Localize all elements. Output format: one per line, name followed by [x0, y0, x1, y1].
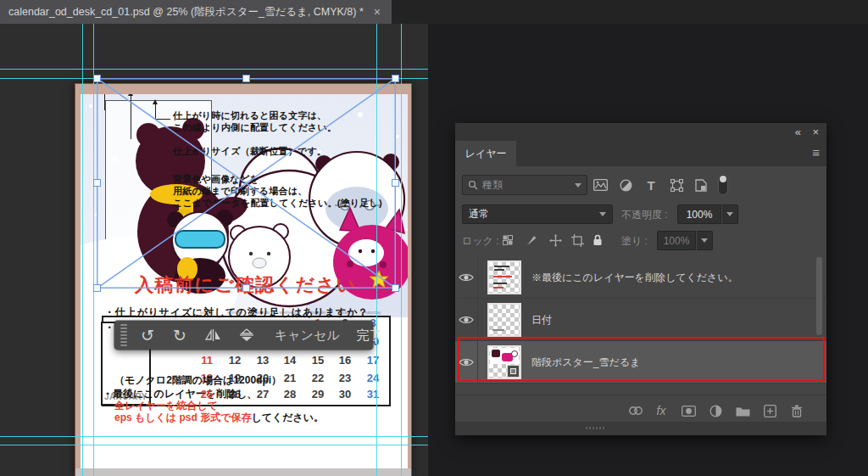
layer-list: ※最後にこのレイヤーを削除してください。 日付 階段ポスター_雪だるま	[455, 256, 826, 384]
guide-vertical-trim-left[interactable]	[93, 24, 94, 476]
blend-mode-select[interactable]: 通常	[462, 204, 613, 224]
collapse-panel-icon[interactable]: «	[795, 126, 801, 138]
delete-layer-trash-icon[interactable]	[786, 400, 808, 421]
guide-vertical-bleed-left[interactable]	[82, 24, 83, 476]
calendar-day: 29	[307, 389, 329, 400]
transform-handle-top-center[interactable]	[242, 75, 250, 82]
flip-vertical-icon[interactable]	[240, 328, 253, 342]
guide-horizontal-bleed-bottom[interactable]	[0, 445, 428, 445]
layer-visibility-toggle[interactable]	[455, 256, 478, 299]
layer-visibility-toggle[interactable]	[455, 299, 478, 341]
transform-handle-mid-left[interactable]	[93, 179, 101, 187]
lock-artboard-icon[interactable]	[569, 232, 586, 249]
rotate-ccw-icon[interactable]: ↺	[141, 328, 154, 344]
check-item-7-red: eps もしくは psd 形式で保存	[114, 412, 251, 423]
transform-handle-top-right[interactable]	[392, 75, 399, 82]
layer-thumbnail[interactable]	[487, 303, 521, 337]
eye-icon	[459, 315, 474, 325]
panel-menu-icon[interactable]: ≡	[812, 145, 820, 160]
lock-pixels-icon[interactable]	[523, 232, 540, 249]
link-layers-icon[interactable]	[625, 400, 647, 421]
filter-type-layers-icon[interactable]: T	[642, 176, 660, 193]
flip-horizontal-icon[interactable]	[205, 329, 221, 341]
check-item-4: （モノクロ2階調の場合は1200dpi）	[114, 374, 281, 386]
fill-dropdown[interactable]	[696, 231, 713, 250]
panel-tab-row: レイヤー ≡	[455, 141, 826, 166]
new-group-folder-icon[interactable]	[732, 400, 754, 421]
filter-toggle[interactable]	[718, 174, 728, 195]
layer-visibility-toggle[interactable]	[455, 341, 478, 384]
layer-thumbnail[interactable]	[487, 260, 521, 294]
transform-handle-mid-right[interactable]	[392, 179, 399, 187]
opacity-value: 100%	[687, 209, 713, 221]
transform-handle-bottom-left[interactable]	[93, 284, 101, 292]
layer-style-fx-icon[interactable]: fx	[650, 400, 672, 421]
layers-tab[interactable]: レイヤー	[455, 141, 516, 166]
cancel-button[interactable]: キャンセル	[275, 328, 340, 344]
chevron-down-icon	[726, 212, 733, 216]
panel-resize-grip[interactable]	[586, 427, 606, 429]
calendar-day: 28	[279, 389, 301, 400]
calendar-day: 15	[307, 355, 329, 367]
transform-handle-top-left[interactable]	[93, 75, 101, 82]
calendar-day: 21	[279, 372, 301, 384]
guide-horizontal-bleed-top[interactable]	[0, 69, 428, 70]
add-layer-mask-icon[interactable]	[677, 400, 699, 421]
calendar-day: 24	[362, 372, 384, 384]
calendar-day: 25	[196, 389, 218, 400]
layer-row-snowman-poster[interactable]: 階段ポスター_雪だるま	[455, 341, 826, 384]
fill-input[interactable]: 100%	[657, 231, 696, 250]
rotate-cw-icon[interactable]: ↻	[173, 328, 186, 344]
check-item-7-black: してください。	[251, 412, 324, 423]
panel-scrollbar[interactable]	[816, 257, 822, 335]
blend-mode-value: 通常	[469, 207, 489, 221]
new-layer-icon[interactable]	[759, 400, 781, 421]
calendar-day: 13	[252, 355, 274, 367]
layer-name: 日付	[531, 299, 552, 341]
toolbar-drag-handle[interactable]	[114, 324, 131, 346]
calendar-day: 17	[362, 355, 384, 367]
opacity-input[interactable]: 100%	[677, 204, 721, 224]
eye-icon	[459, 272, 474, 283]
tab-close-icon[interactable]: ×	[374, 5, 381, 19]
opacity-dropdown[interactable]	[721, 204, 738, 224]
chevron-down-icon	[701, 238, 708, 243]
chevron-down-icon	[599, 212, 606, 216]
check-item-1: ・仕上がりサイズに対しての塗り足しはありますか？	[104, 306, 369, 318]
guide-vertical-bleed-right[interactable]	[401, 24, 402, 476]
check-item-6: 全レイヤーを統合して	[114, 400, 218, 412]
lock-all-icon[interactable]	[589, 232, 606, 249]
document-window: 仕上がり時に切れると困る文字は、 この線より内側に配置してください。 仕上がりサ…	[0, 24, 428, 476]
fill-value: 100%	[664, 235, 690, 247]
layer-row-delete-note[interactable]: ※最後にこのレイヤーを削除してください。	[455, 256, 826, 299]
filter-smart-objects-icon[interactable]	[692, 176, 710, 193]
document-tab[interactable]: calendar_od_desk_cd_01.psd @ 25% (階段ポスター…	[0, 0, 392, 24]
check-item-7: eps もしくは psd 形式で保存してください。	[114, 412, 324, 423]
chevron-down-icon	[575, 183, 581, 188]
filter-adjustment-layers-icon[interactable]	[616, 176, 635, 193]
transform-handle-bottom-center[interactable]	[242, 284, 250, 292]
commit-button[interactable]: 完了	[357, 328, 382, 344]
lock-position-icon[interactable]	[547, 232, 564, 249]
filter-pixel-layers-icon[interactable]	[591, 176, 609, 193]
title-bar: calendar_od_desk_cd_01.psd @ 25% (階段ポスター…	[0, 0, 868, 24]
new-adjustment-layer-icon[interactable]	[704, 400, 726, 421]
filter-kind-select[interactable]: 種類	[462, 175, 587, 195]
poster-bottom-band	[75, 468, 411, 476]
guide-horizontal-trim-bottom[interactable]	[0, 436, 428, 437]
panel-header: « ×	[455, 123, 826, 141]
layer-name: 階段ポスター_雪だるま	[531, 341, 640, 384]
close-panel-icon[interactable]: ×	[812, 126, 819, 138]
layer-row-date[interactable]: 日付	[455, 299, 826, 341]
calendar-day: 30	[334, 389, 356, 400]
transform-handle-bottom-right[interactable]	[392, 284, 399, 292]
filter-shape-layers-icon[interactable]	[667, 176, 686, 193]
smart-object-badge-icon	[507, 365, 520, 378]
lock-transparency-icon[interactable]	[499, 232, 516, 249]
layer-thumbnail[interactable]	[487, 345, 521, 379]
panel-footer	[455, 422, 826, 435]
document-tab-title: calendar_od_desk_cd_01.psd @ 25% (階段ポスター…	[8, 5, 364, 20]
calendar-day: 11	[196, 355, 218, 367]
calendar-day: 16	[334, 355, 356, 367]
filter-toggle-knob	[720, 176, 726, 182]
